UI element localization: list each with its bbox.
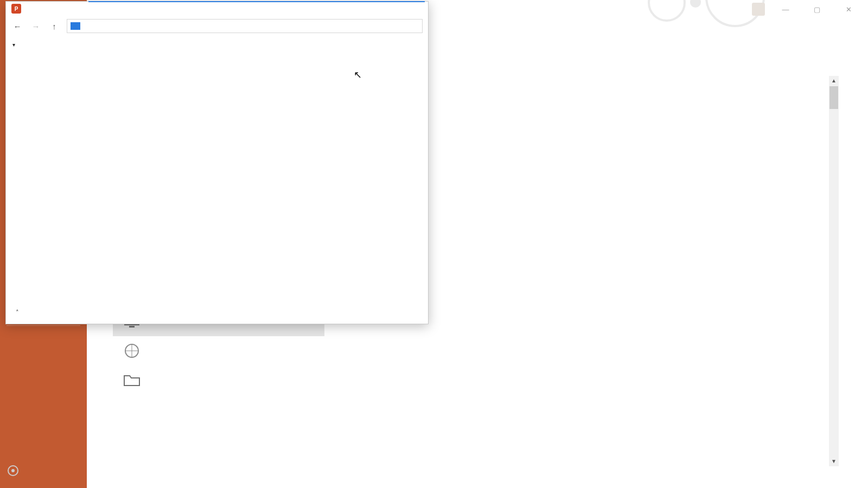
maximize-button[interactable]: ▢ (806, 5, 828, 14)
nav-account[interactable] (0, 337, 87, 348)
folder-listing (445, 70, 830, 466)
chevron-up-icon: ˄ (16, 309, 19, 316)
folder-icon (123, 372, 141, 388)
svg-rect-1 (129, 326, 135, 328)
nav-back-icon[interactable]: ← (11, 20, 23, 32)
place-browse[interactable] (113, 365, 324, 395)
organize-button[interactable] (12, 40, 15, 48)
watermark-logo-icon (8, 465, 18, 476)
drive-icon (71, 22, 80, 30)
dialog-title-bar: P (6, 2, 428, 16)
close-button[interactable]: ✕ (838, 5, 859, 14)
place-add[interactable] (113, 336, 324, 365)
globe-plus-icon (123, 343, 141, 359)
minimize-button[interactable]: — (775, 5, 796, 14)
scroll-down-icon[interactable]: ▼ (829, 457, 839, 466)
address-bar[interactable] (67, 19, 423, 33)
powerpoint-icon: P (11, 4, 21, 14)
hide-folders-toggle[interactable]: ˄ (16, 309, 22, 316)
nav-feedback[interactable] (0, 348, 87, 358)
nav-forward-icon[interactable]: → (30, 20, 42, 32)
scroll-thumb[interactable] (829, 86, 838, 109)
scroll-up-icon[interactable]: ▲ (829, 76, 839, 86)
sidebar-divider (7, 325, 80, 326)
save-as-dialog: P ← → ↑ ˄ (5, 1, 429, 324)
watermark-line2 (5, 465, 21, 476)
save-type-dropdown[interactable] (88, 1, 425, 2)
nav-up-icon[interactable]: ↑ (48, 20, 60, 32)
user-badge[interactable] (752, 3, 765, 16)
title-bar: — ▢ ✕ (603, 0, 868, 18)
scrollbar[interactable]: ▲ ▼ (829, 76, 839, 466)
